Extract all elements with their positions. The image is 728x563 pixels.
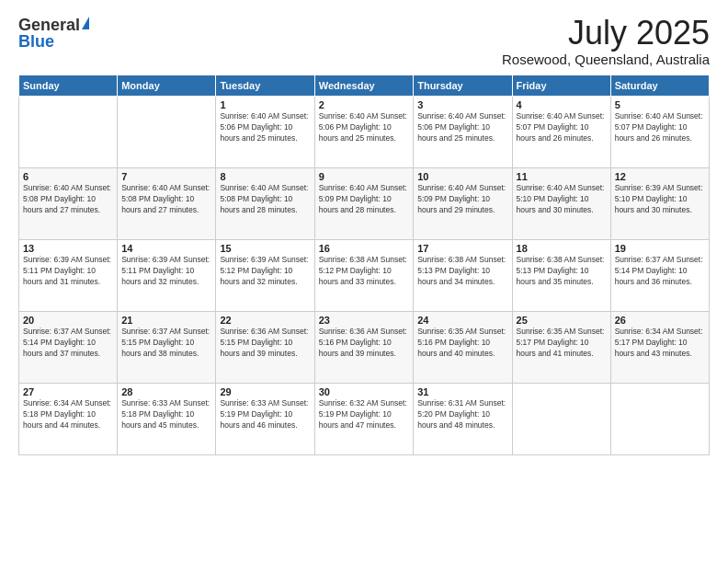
- day-number: 14: [121, 243, 211, 254]
- day-number: 10: [417, 171, 507, 182]
- day-info: Sunrise: 6:32 AM Sunset: 5:19 PM Dayligh…: [319, 398, 409, 431]
- calendar-day-cell: [610, 384, 709, 455]
- day-info: Sunrise: 6:40 AM Sunset: 5:08 PM Dayligh…: [220, 183, 310, 216]
- calendar-day-cell: 15Sunrise: 6:39 AM Sunset: 5:12 PM Dayli…: [216, 240, 314, 312]
- calendar-day-cell: 13Sunrise: 6:39 AM Sunset: 5:11 PM Dayli…: [19, 240, 118, 312]
- calendar-day-cell: 11Sunrise: 6:40 AM Sunset: 5:10 PM Dayli…: [512, 168, 610, 240]
- calendar-day-cell: 3Sunrise: 6:40 AM Sunset: 5:06 PM Daylig…: [414, 97, 512, 168]
- day-info: Sunrise: 6:37 AM Sunset: 5:15 PM Dayligh…: [121, 327, 211, 360]
- day-info: Sunrise: 6:37 AM Sunset: 5:14 PM Dayligh…: [23, 327, 113, 360]
- day-info: Sunrise: 6:35 AM Sunset: 5:17 PM Dayligh…: [517, 327, 607, 360]
- calendar-day-cell: 10Sunrise: 6:40 AM Sunset: 5:09 PM Dayli…: [414, 168, 512, 240]
- calendar-header-row: SundayMondayTuesdayWednesdayThursdayFrid…: [19, 75, 710, 97]
- day-number: 7: [121, 171, 211, 182]
- month-year-title: July 2025: [502, 17, 710, 50]
- day-number: 1: [220, 99, 310, 110]
- title-block: July 2025 Rosewood, Queensland, Australi…: [502, 17, 710, 67]
- day-info: Sunrise: 6:34 AM Sunset: 5:17 PM Dayligh…: [615, 327, 705, 360]
- calendar-day-cell: 24Sunrise: 6:35 AM Sunset: 5:16 PM Dayli…: [414, 312, 512, 384]
- day-info: Sunrise: 6:40 AM Sunset: 5:10 PM Dayligh…: [517, 183, 607, 216]
- calendar-day-cell: [512, 384, 610, 455]
- calendar-day-cell: 1Sunrise: 6:40 AM Sunset: 5:06 PM Daylig…: [216, 97, 314, 168]
- day-number: 20: [23, 315, 113, 326]
- day-info: Sunrise: 6:33 AM Sunset: 5:19 PM Dayligh…: [220, 398, 310, 431]
- day-info: Sunrise: 6:40 AM Sunset: 5:07 PM Dayligh…: [517, 111, 607, 144]
- day-number: 30: [319, 386, 409, 397]
- calendar-day-cell: 29Sunrise: 6:33 AM Sunset: 5:19 PM Dayli…: [216, 384, 314, 455]
- day-info: Sunrise: 6:40 AM Sunset: 5:07 PM Dayligh…: [615, 111, 705, 144]
- calendar-week-row: 1Sunrise: 6:40 AM Sunset: 5:06 PM Daylig…: [19, 97, 710, 168]
- day-info: Sunrise: 6:40 AM Sunset: 5:09 PM Dayligh…: [417, 183, 507, 216]
- day-info: Sunrise: 6:40 AM Sunset: 5:06 PM Dayligh…: [319, 111, 409, 144]
- calendar-day-cell: 18Sunrise: 6:38 AM Sunset: 5:13 PM Dayli…: [512, 240, 610, 312]
- logo-general: General: [18, 17, 80, 33]
- day-number: 5: [615, 99, 705, 110]
- calendar-week-row: 27Sunrise: 6:34 AM Sunset: 5:18 PM Dayli…: [19, 384, 710, 455]
- logo: General Blue: [18, 17, 89, 50]
- day-info: Sunrise: 6:40 AM Sunset: 5:08 PM Dayligh…: [23, 183, 113, 216]
- calendar-day-cell: 7Sunrise: 6:40 AM Sunset: 5:08 PM Daylig…: [118, 168, 216, 240]
- day-number: 17: [417, 243, 507, 254]
- calendar-day-cell: 14Sunrise: 6:39 AM Sunset: 5:11 PM Dayli…: [118, 240, 216, 312]
- day-number: 4: [517, 99, 607, 110]
- day-number: 22: [220, 315, 310, 326]
- day-info: Sunrise: 6:40 AM Sunset: 5:09 PM Dayligh…: [319, 183, 409, 216]
- calendar-weekday-header: Sunday: [19, 75, 118, 97]
- day-info: Sunrise: 6:35 AM Sunset: 5:16 PM Dayligh…: [417, 327, 507, 360]
- header: General Blue July 2025 Rosewood, Queensl…: [18, 17, 710, 67]
- calendar-weekday-header: Wednesday: [314, 75, 413, 97]
- day-info: Sunrise: 6:31 AM Sunset: 5:20 PM Dayligh…: [417, 398, 507, 431]
- logo-blue: Blue: [18, 33, 54, 50]
- day-number: 8: [220, 171, 310, 182]
- calendar-day-cell: 22Sunrise: 6:36 AM Sunset: 5:15 PM Dayli…: [216, 312, 314, 384]
- calendar-day-cell: 4Sunrise: 6:40 AM Sunset: 5:07 PM Daylig…: [512, 97, 610, 168]
- calendar-day-cell: 5Sunrise: 6:40 AM Sunset: 5:07 PM Daylig…: [610, 97, 709, 168]
- day-number: 15: [220, 243, 310, 254]
- calendar-weekday-header: Monday: [118, 75, 216, 97]
- day-number: 18: [517, 243, 607, 254]
- day-info: Sunrise: 6:34 AM Sunset: 5:18 PM Dayligh…: [23, 398, 113, 431]
- calendar-weekday-header: Tuesday: [216, 75, 314, 97]
- day-info: Sunrise: 6:36 AM Sunset: 5:16 PM Dayligh…: [319, 327, 409, 360]
- calendar-weekday-header: Friday: [512, 75, 610, 97]
- calendar-day-cell: 30Sunrise: 6:32 AM Sunset: 5:19 PM Dayli…: [314, 384, 413, 455]
- calendar-day-cell: 12Sunrise: 6:39 AM Sunset: 5:10 PM Dayli…: [610, 168, 709, 240]
- day-number: 2: [319, 99, 409, 110]
- day-info: Sunrise: 6:38 AM Sunset: 5:12 PM Dayligh…: [319, 255, 409, 288]
- calendar-week-row: 13Sunrise: 6:39 AM Sunset: 5:11 PM Dayli…: [19, 240, 710, 312]
- calendar-day-cell: 21Sunrise: 6:37 AM Sunset: 5:15 PM Dayli…: [118, 312, 216, 384]
- calendar-day-cell: [118, 97, 216, 168]
- calendar-day-cell: 26Sunrise: 6:34 AM Sunset: 5:17 PM Dayli…: [610, 312, 709, 384]
- calendar-day-cell: 27Sunrise: 6:34 AM Sunset: 5:18 PM Dayli…: [19, 384, 118, 455]
- calendar-day-cell: 19Sunrise: 6:37 AM Sunset: 5:14 PM Dayli…: [610, 240, 709, 312]
- calendar-day-cell: 28Sunrise: 6:33 AM Sunset: 5:18 PM Dayli…: [118, 384, 216, 455]
- day-info: Sunrise: 6:39 AM Sunset: 5:10 PM Dayligh…: [615, 183, 705, 216]
- page: General Blue July 2025 Rosewood, Queensl…: [0, 0, 728, 563]
- calendar-day-cell: 16Sunrise: 6:38 AM Sunset: 5:12 PM Dayli…: [314, 240, 413, 312]
- day-number: 3: [417, 99, 507, 110]
- calendar-day-cell: 25Sunrise: 6:35 AM Sunset: 5:17 PM Dayli…: [512, 312, 610, 384]
- day-info: Sunrise: 6:38 AM Sunset: 5:13 PM Dayligh…: [517, 255, 607, 288]
- calendar-weekday-header: Thursday: [414, 75, 512, 97]
- logo-icon: [82, 17, 89, 29]
- day-info: Sunrise: 6:36 AM Sunset: 5:15 PM Dayligh…: [220, 327, 310, 360]
- calendar-day-cell: [19, 97, 118, 168]
- calendar-day-cell: 17Sunrise: 6:38 AM Sunset: 5:13 PM Dayli…: [414, 240, 512, 312]
- day-number: 27: [23, 386, 113, 397]
- day-info: Sunrise: 6:39 AM Sunset: 5:11 PM Dayligh…: [23, 255, 113, 288]
- day-number: 12: [615, 171, 705, 182]
- day-info: Sunrise: 6:39 AM Sunset: 5:11 PM Dayligh…: [121, 255, 211, 288]
- day-number: 9: [319, 171, 409, 182]
- day-number: 25: [517, 315, 607, 326]
- calendar-week-row: 6Sunrise: 6:40 AM Sunset: 5:08 PM Daylig…: [19, 168, 710, 240]
- calendar-day-cell: 31Sunrise: 6:31 AM Sunset: 5:20 PM Dayli…: [414, 384, 512, 455]
- calendar-day-cell: 2Sunrise: 6:40 AM Sunset: 5:06 PM Daylig…: [314, 97, 413, 168]
- calendar-day-cell: 20Sunrise: 6:37 AM Sunset: 5:14 PM Dayli…: [19, 312, 118, 384]
- calendar-day-cell: 23Sunrise: 6:36 AM Sunset: 5:16 PM Dayli…: [314, 312, 413, 384]
- day-number: 28: [121, 386, 211, 397]
- day-number: 13: [23, 243, 113, 254]
- day-info: Sunrise: 6:38 AM Sunset: 5:13 PM Dayligh…: [417, 255, 507, 288]
- calendar-table: SundayMondayTuesdayWednesdayThursdayFrid…: [18, 75, 710, 455]
- day-info: Sunrise: 6:37 AM Sunset: 5:14 PM Dayligh…: [615, 255, 705, 288]
- day-number: 16: [319, 243, 409, 254]
